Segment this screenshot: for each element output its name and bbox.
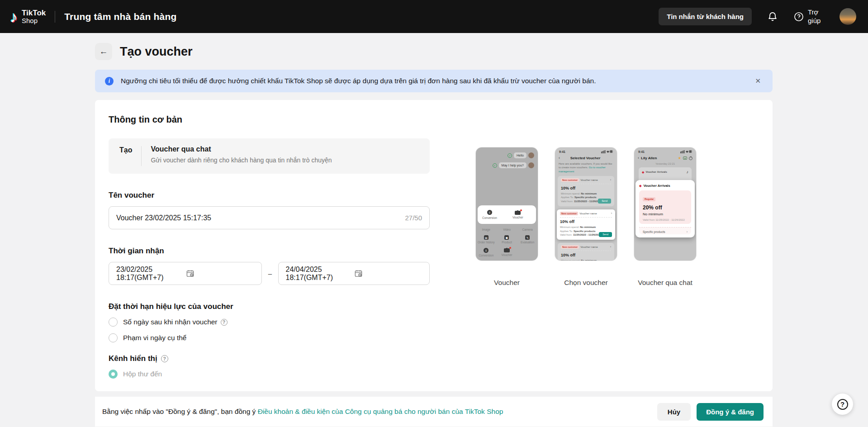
voucher-card-highlighted: New customer Voucher name › 10% off Mini… [557,209,615,240]
chat-bubble: May I help you? [499,162,526,168]
end-date-field[interactable]: 24/04/2025 18:17(GMT+7) [278,262,430,285]
submit-button[interactable]: Đồng ý & đăng [697,403,764,421]
panel-item-label: Voucher [512,216,523,219]
top-navbar: ♪ TikTok Shop Trung tâm nhà bán hàng Tin… [0,0,868,33]
phone-caption: Chọn voucher [564,279,608,287]
chat-timestamp: Yesterday 22:21 [634,162,696,165]
phone-mockup-voucher-chat: 9:41 ‹ Lily Allen ★ [634,147,696,261]
logo-text: TikTok Shop [22,9,46,24]
status-time: 9:41 [559,150,565,153]
voucher-ticket-icon [504,248,510,252]
voucher-diamond-icon: ◆ [639,184,641,187]
floating-help-button[interactable]: ? [832,394,853,415]
cancel-button[interactable]: Hủy [657,403,691,421]
validity-option-range-label: Phạm vi ngày cụ thể [123,334,186,342]
voucher-diamond-icon: ◆ [642,171,644,174]
section-title: Thông tin cơ bản [109,114,430,125]
valid-dates: Valid from 11/25/2022 - 11/26/2022 [643,218,688,221]
help-label: Trợ giúp [808,8,828,25]
radio-unchecked-icon[interactable] [109,333,118,342]
agreement-prefix: Bằng việc nhấp vào "Đồng ý & đăng", bạn … [102,408,258,415]
phone-screen-title: Selected Voucher [560,156,611,160]
grid-label: Image [482,228,490,231]
chevron-right-icon: › [610,245,611,248]
seller-center-title: Trung tâm nhà bán hàng [64,11,176,22]
type-label: Tạo [119,145,132,154]
voucher-name: Voucher name [579,212,597,215]
conversion-icon: ≡ [487,210,492,215]
avatar [528,152,534,158]
display-channel-label: Kênh hiển thị [109,354,157,363]
check-icon: ✓ [508,153,512,158]
question-circle-icon[interactable]: ? [161,355,168,362]
question-circle-icon[interactable]: ? [221,319,228,326]
grid-label: Conversion [479,254,493,257]
contact-name: Lily Allen [641,156,676,160]
panel-item-label: Conversion [482,216,497,219]
voucher-card: New customer Voucher name › 10% off Mini… [558,243,614,261]
user-avatar[interactable] [840,8,856,25]
voucher-type-box: Tạo Voucher qua chat Gửi voucher dành ri… [109,138,430,174]
new-customer-badge: New customer [560,212,578,215]
info-banner: i Ngưỡng chi tiêu tối thiểu để được hưởn… [95,70,773,92]
channel-option-inbox: Hộp thư đến [109,370,430,379]
new-customer-badge: New customer [561,178,579,182]
voucher-name-field[interactable]: 27/50 [109,206,430,229]
attachment-panel: ≡ Conversion Voucher [478,205,536,224]
tiktok-note-icon: ♪ [10,9,18,24]
char-counter: 27/50 [405,214,422,222]
help-menu[interactable]: Trợ giúp [793,8,828,25]
help-question-icon [793,11,804,22]
banner-close-icon[interactable]: ✕ [753,75,763,87]
back-chevron-icon: ‹ [638,156,639,160]
chevron-right-icon: › [687,230,688,233]
channel-option-inbox-label: Hộp thư đến [123,370,162,378]
chevron-right-icon: › [611,212,612,215]
discount-value: 20% off [643,204,688,211]
banner-text: Ngưỡng chi tiêu tối thiểu để được hưởng … [121,77,753,85]
conversion-icon: ≡ [484,248,489,253]
voucher-name-input[interactable] [116,214,405,222]
validity-option-range[interactable]: Phạm vi ngày cụ thể [109,333,430,342]
start-date-field[interactable]: 23/02/2025 18:17(GMT+7) [109,262,262,285]
phone-mockup-voucher: ✓ Hello ✓ May I help you? [476,147,538,261]
back-button[interactable]: ← [95,43,112,60]
status-time: 9:41 [638,150,645,153]
validity-option-days[interactable]: Số ngày sau khi nhận voucher ? [109,318,430,327]
customer-messages-button[interactable]: Tin nhắn từ khách hàng [659,8,752,25]
logo-line1: TikTok [22,9,46,17]
notifications-bell-icon[interactable] [767,11,778,22]
grid-label: Product [502,241,512,244]
type-divider [141,146,142,166]
chevron-right-icon: › [610,178,611,181]
attachment-grid: Image Video Camera ▤Order history ◼Produ… [476,228,538,257]
claim-period-label: Thời gian nhận [109,247,430,256]
header-divider [55,11,55,23]
minimum-spend: No minimum [643,212,688,216]
date-range-dash: – [262,270,278,277]
tiktok-shop-logo[interactable]: ♪ TikTok Shop [10,9,46,24]
tiktok-note-icon: ♪ [687,170,689,174]
radio-unchecked-icon[interactable] [109,318,118,327]
agreement-text: Bằng việc nhấp vào "Đồng ý & đăng", bạn … [102,408,503,416]
question-circle-icon: ? [837,399,848,410]
grid-label: Evaluation [521,241,534,244]
specific-products-label: Specific products [643,230,665,233]
calendar-icon [354,269,423,278]
calendar-icon [186,269,256,278]
voucher-name-label: Tên voucher [109,191,430,200]
grid-label: Order history [478,241,495,244]
grid-label: Camera [522,228,533,231]
terms-link[interactable]: Điều khoản & điều kiện của Công cụ quảng… [258,408,503,415]
voucher-name: Voucher name [580,179,598,181]
footer-bar: Bằng việc nhấp vào "Đồng ý & đăng", bạn … [95,397,773,427]
validity-option-days-label: Số ngày sau khi nhận voucher [123,318,218,326]
info-icon: i [105,77,114,85]
voucher-ticket-icon [515,211,521,215]
phone-caption: Voucher [494,279,520,287]
check-icon: ✓ [493,163,497,168]
discount-value: 10% off [561,253,611,257]
discount-value: 10% off [561,186,611,190]
logo-line2: Shop [22,17,46,24]
evaluation-icon: ✎ [525,235,530,240]
